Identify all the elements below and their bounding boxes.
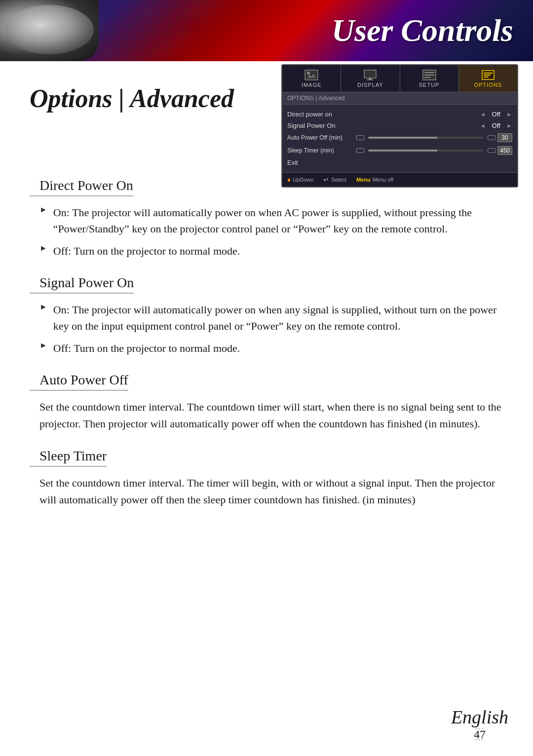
- signal-power-on-heading: Signal Power On: [30, 275, 508, 302]
- osd-row-sleep-timer: Sleep Timer (min) 450: [287, 144, 512, 157]
- english-badge: English 47: [451, 706, 508, 741]
- osd-tab-options[interactable]: OPTIONS: [459, 65, 517, 92]
- bullet-arrow-1: ►: [39, 205, 47, 214]
- osd-tabs: IMAGE DISPLAY SETUP: [282, 65, 517, 92]
- direct-power-on-heading: Direct Power On: [30, 178, 508, 204]
- signal-power-on-text-2: Off: Turn on the projector to normal mod…: [53, 340, 240, 356]
- header-image: [0, 0, 99, 61]
- display-tab-icon: [362, 69, 378, 81]
- svg-rect-8: [424, 75, 434, 76]
- signal-power-on-bullet-1: ► On: The projector will automatically p…: [30, 302, 508, 334]
- tab-setup-label: SETUP: [419, 82, 440, 88]
- osd-content: Direct power on ◄ Off ► Signal Power On …: [282, 105, 517, 172]
- signal-power-on-bullet-2: ► Off: Turn on the projector to normal m…: [30, 340, 508, 356]
- bullet-arrow-4: ►: [39, 341, 47, 350]
- direct-power-heading-text: Direct Power On: [30, 178, 133, 196]
- direct-power-on-text-1: On: The projector will automatically pow…: [53, 204, 508, 237]
- sleep-timer-heading-text: Sleep Timer: [30, 448, 107, 467]
- svg-rect-4: [369, 78, 372, 79]
- auto-power-off-icon-right: [488, 135, 495, 140]
- page-number: 47: [474, 728, 486, 741]
- auto-power-off-heading: Auto Power Off: [30, 372, 508, 399]
- sleep-timer-icon-right: [488, 148, 495, 153]
- sleep-timer-icon-left: [356, 148, 364, 153]
- content-area: Direct Power On ► On: The projector will…: [30, 178, 508, 524]
- section-main-title: Options | Advanced: [30, 84, 234, 113]
- direct-power-on-bullet-1: ► On: The projector will automatically p…: [30, 204, 508, 237]
- sleep-timer-heading: Sleep Timer: [30, 448, 508, 475]
- tab-options-label: OPTIONS: [474, 82, 502, 88]
- auto-power-off-paragraph: Set the countdown timer interval. The co…: [30, 399, 508, 432]
- svg-rect-12: [484, 75, 491, 76]
- image-tab-icon: [304, 69, 319, 81]
- svg-rect-3: [364, 70, 376, 78]
- svg-rect-9: [424, 77, 430, 78]
- bullet-arrow-2: ►: [39, 244, 47, 253]
- signal-power-arrow-left[interactable]: ◄: [480, 122, 486, 129]
- osd-tab-display[interactable]: DISPLAY: [341, 65, 400, 92]
- auto-power-off-label: Auto Power Off (min): [287, 134, 356, 141]
- svg-rect-0: [305, 70, 318, 80]
- bullet-arrow-3: ►: [39, 302, 47, 311]
- direct-power-arrow-left[interactable]: ◄: [480, 111, 486, 118]
- auto-power-off-track[interactable]: [368, 137, 484, 139]
- tab-image-label: IMAGE: [302, 82, 321, 88]
- sleep-timer-track[interactable]: [368, 150, 484, 151]
- osd-tab-image[interactable]: IMAGE: [282, 65, 341, 92]
- section-auto-power-off: Auto Power Off Set the countdown timer i…: [30, 372, 508, 432]
- direct-power-on-text-2: Off: Turn on the projector to normal mod…: [53, 243, 240, 259]
- page-title: User Controls: [332, 12, 513, 49]
- direct-power-arrow-right[interactable]: ►: [506, 111, 512, 118]
- options-tab-icon: [480, 69, 496, 81]
- signal-power-value: Off: [489, 122, 503, 129]
- setup-tab-icon: [421, 69, 437, 81]
- osd-row-direct-power: Direct power on ◄ Off ►: [287, 109, 512, 120]
- svg-rect-5: [367, 79, 374, 80]
- signal-power-on-text-1: On: The projector will automatically pow…: [53, 302, 508, 334]
- auto-power-off-heading-text: Auto Power Off: [30, 372, 128, 391]
- osd-breadcrumb: OPTIONS | Advanced: [282, 92, 517, 105]
- direct-power-value: Off: [489, 111, 503, 118]
- sleep-timer-value: 450: [497, 146, 512, 155]
- direct-power-label: Direct power on: [287, 111, 480, 118]
- osd-menu: IMAGE DISPLAY SETUP: [281, 64, 518, 188]
- osd-exit[interactable]: Exit: [287, 157, 512, 168]
- section-sleep-timer: Sleep Timer Set the countdown timer inte…: [30, 448, 508, 508]
- section-signal-power-on: Signal Power On ► On: The projector will…: [30, 275, 508, 356]
- svg-rect-7: [424, 72, 434, 73]
- osd-tab-setup[interactable]: SETUP: [400, 65, 459, 92]
- header: User Controls: [0, 0, 533, 61]
- svg-rect-13: [484, 76, 489, 77]
- signal-power-heading-text: Signal Power On: [30, 275, 134, 294]
- direct-power-on-bullet-2: ► Off: Turn on the projector to normal m…: [30, 243, 508, 259]
- sleep-timer-label: Sleep Timer (min): [287, 147, 356, 154]
- signal-power-label: Signal Power On: [287, 122, 480, 129]
- svg-point-2: [307, 72, 310, 75]
- section-direct-power-on: Direct Power On ► On: The projector will…: [30, 178, 508, 259]
- svg-rect-11: [484, 73, 493, 74]
- osd-row-auto-power-off: Auto Power Off (min) 30: [287, 131, 512, 144]
- tab-display-label: DISPLAY: [357, 82, 383, 88]
- sleep-timer-paragraph: Set the countdown timer interval. The ti…: [30, 475, 508, 508]
- osd-row-signal-power: Signal Power On ◄ Off ►: [287, 120, 512, 131]
- auto-power-off-value: 30: [497, 133, 512, 142]
- auto-power-off-icon-left: [356, 135, 364, 140]
- signal-power-arrow-right[interactable]: ►: [506, 122, 512, 129]
